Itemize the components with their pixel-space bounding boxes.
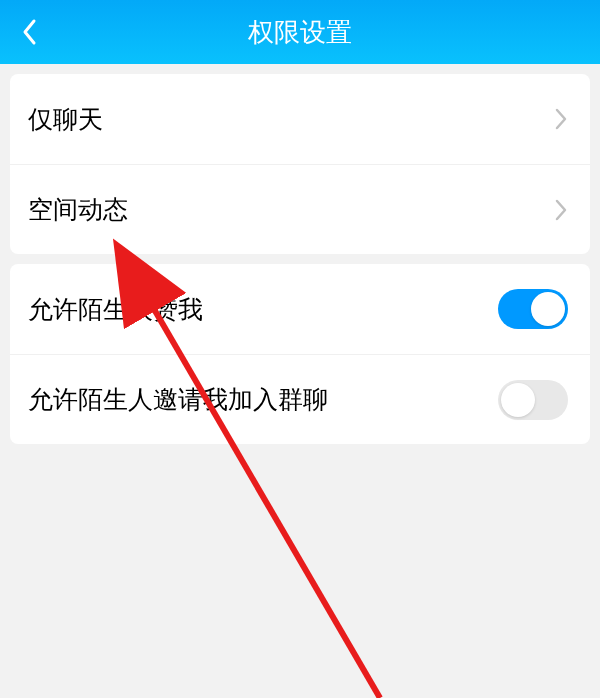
allow-stranger-like-row: 允许陌生人赞我 (10, 264, 590, 354)
settings-group-1: 仅聊天 空间动态 (10, 74, 590, 254)
app-header: 权限设置 (0, 0, 600, 64)
toggle-knob (501, 383, 535, 417)
back-icon (22, 18, 38, 46)
row-label: 仅聊天 (28, 103, 103, 136)
chat-only-row[interactable]: 仅聊天 (10, 74, 590, 164)
allow-stranger-like-toggle[interactable] (498, 289, 568, 329)
row-label: 空间动态 (28, 193, 128, 226)
allow-stranger-group-invite-toggle[interactable] (498, 380, 568, 420)
page-title: 权限设置 (248, 15, 352, 50)
toggle-knob (531, 292, 565, 326)
back-button[interactable] (14, 16, 46, 48)
qzone-updates-row[interactable]: 空间动态 (10, 164, 590, 254)
chevron-right-icon (554, 198, 568, 222)
row-label: 允许陌生人邀请我加入群聊 (28, 383, 328, 416)
allow-stranger-group-invite-row: 允许陌生人邀请我加入群聊 (10, 354, 590, 444)
chevron-right-icon (554, 107, 568, 131)
settings-group-2: 允许陌生人赞我 允许陌生人邀请我加入群聊 (10, 264, 590, 444)
row-label: 允许陌生人赞我 (28, 293, 203, 326)
